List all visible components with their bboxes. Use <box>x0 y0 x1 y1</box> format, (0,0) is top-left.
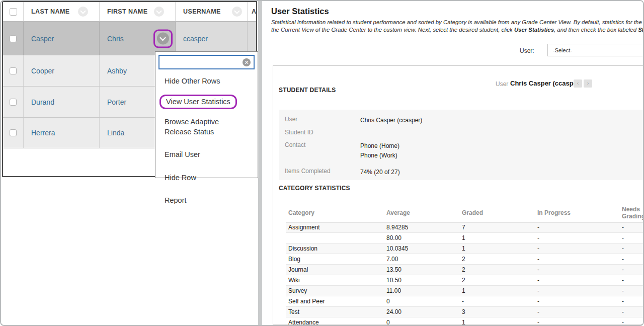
row-options-chevron-icon[interactable] <box>157 33 169 45</box>
table-row-casper[interactable]: Casper Chris ccasper <box>3 22 256 55</box>
first-name-header-label: FIRST NAME <box>107 8 147 15</box>
column-menu-chevron-icon[interactable] <box>232 7 242 17</box>
category-cell: - <box>619 317 644 326</box>
column-menu-chevron-icon[interactable] <box>154 7 164 17</box>
last-name-cell[interactable]: Durand <box>24 87 100 117</box>
category-statistics-heading: CATEGORY STATISTICS <box>279 185 350 192</box>
category-row: Test24.003-- <box>286 307 644 317</box>
detail-value: 74% (20 of 27) <box>360 168 400 177</box>
annotation-ring <box>153 29 173 48</box>
category-cell: 11.00 <box>384 286 459 296</box>
category-cell <box>286 233 384 243</box>
col-needs-grading: Needs Grading <box>619 203 644 222</box>
category-cell: Discussion <box>286 243 384 254</box>
category-cell: 10.50 <box>384 275 459 286</box>
category-cell: 1 <box>459 286 535 296</box>
username-cell[interactable]: ccasper <box>176 22 248 55</box>
menu-item-report[interactable]: Report <box>155 191 258 210</box>
category-cell: 24.00 <box>384 307 459 317</box>
column-header-last-name[interactable]: LAST NAME <box>24 2 100 21</box>
col-average: Average <box>384 203 459 222</box>
menu-item-view-user-statistics[interactable]: View User Statistics <box>155 91 258 113</box>
column-menu-chevron-icon[interactable] <box>78 7 88 17</box>
description-line-1: Statistical information related to stude… <box>271 19 644 26</box>
panel-divider <box>258 1 262 326</box>
menu-item-hide-row[interactable]: Hide Row <box>155 169 258 188</box>
category-cell: - <box>535 296 619 307</box>
category-cell: - <box>535 233 619 243</box>
select-all-cell <box>3 2 24 21</box>
row-checkbox[interactable] <box>10 129 17 136</box>
user-select-dropdown[interactable]: -Select- <box>547 44 644 56</box>
category-cell: - <box>619 275 644 286</box>
student-details-heading: STUDENT DETAILS <box>279 87 336 94</box>
category-row: Discussion10.03451-- <box>286 243 644 254</box>
detail-label: Contact <box>285 141 305 148</box>
first-name-cell[interactable]: Chris <box>100 22 176 55</box>
clear-search-icon[interactable]: ✕ <box>243 58 251 66</box>
annotation-ring: View User Statistics <box>159 95 237 110</box>
category-cell: 2 <box>459 265 535 275</box>
student-nav-label: User <box>496 80 508 88</box>
student-nav-name: Chris Casper (ccasper) <box>510 79 582 87</box>
username-header-label: USERNAME <box>183 8 221 15</box>
category-cell: Self and Peer <box>286 296 384 307</box>
col-graded: Graded <box>459 203 535 222</box>
category-cell: 13.50 <box>384 265 459 275</box>
category-row: Attendance01-- <box>286 317 644 326</box>
first-name-text: Chris <box>107 35 124 43</box>
category-cell: Attendance <box>286 317 384 326</box>
category-cell: - <box>619 265 644 275</box>
previous-user-button[interactable]: ‹ <box>574 79 582 88</box>
category-cell: Assignment <box>286 222 384 233</box>
row-checkbox[interactable] <box>10 67 17 74</box>
category-cell: Blog <box>286 254 384 265</box>
column-header-first-name[interactable]: FIRST NAME <box>100 2 176 21</box>
category-cell: - <box>535 317 619 326</box>
category-cell: - <box>619 286 644 296</box>
category-cell: Wiki <box>286 275 384 286</box>
category-cell: - <box>619 296 644 307</box>
category-row: Journal13.502-- <box>286 265 644 275</box>
menu-search-input[interactable] <box>158 55 255 69</box>
category-cell: 0 <box>384 296 459 307</box>
category-row: Survey11.001-- <box>286 286 644 296</box>
category-statistics-table: Category Average Graded In Progress Need… <box>286 203 644 326</box>
description-line-2: the Current View of the Grade Center to … <box>271 26 644 34</box>
category-cell: - <box>619 254 644 265</box>
category-cell: 10.0345 <box>384 243 459 254</box>
category-cell: 80.00 <box>384 233 459 243</box>
category-cell: Survey <box>286 286 384 296</box>
category-cell: 1 <box>459 243 535 254</box>
user-statistics-panel: User Statistics Statistical information … <box>262 1 644 326</box>
row-checkbox[interactable] <box>10 35 17 42</box>
category-cell: - <box>619 222 644 233</box>
last-name-cell[interactable]: Herrera <box>24 118 100 148</box>
grade-table-header: LAST NAME FIRST NAME USERNAME A <box>3 2 256 22</box>
category-cell: Journal <box>286 265 384 275</box>
category-cell: 2 <box>459 254 535 265</box>
col-category: Category <box>286 203 384 222</box>
category-cell: 1 <box>459 317 535 326</box>
column-header-clipped: A <box>248 2 256 21</box>
menu-item-label: View User Statistics <box>166 98 230 106</box>
category-cell: - <box>619 307 644 317</box>
menu-item-hide-other-rows[interactable]: Hide Other Rows <box>155 72 258 91</box>
category-table-header-row: Category Average Graded In Progress Need… <box>286 203 644 222</box>
next-user-button[interactable]: › <box>584 79 592 88</box>
category-row: Self and Peer0--- <box>286 296 644 307</box>
category-row: Blog7.002-- <box>286 254 644 265</box>
category-cell: 7 <box>459 222 535 233</box>
row-checkbox[interactable] <box>10 99 17 106</box>
category-cell: - <box>535 222 619 233</box>
category-row: Wiki10.502-- <box>286 275 644 286</box>
page-description: Statistical information related to stude… <box>271 19 644 34</box>
detail-value: Chris Casper (ccasper) <box>360 116 422 125</box>
last-name-cell[interactable]: Cooper <box>24 55 100 86</box>
category-cell: 1 <box>459 233 535 243</box>
menu-item-email-user[interactable]: Email User <box>155 145 258 165</box>
last-name-cell[interactable]: Casper <box>24 22 100 55</box>
select-all-checkbox[interactable] <box>10 8 17 16</box>
menu-item-browse-adaptive-release[interactable]: Browse Adaptive Release Status <box>155 113 249 141</box>
column-header-username[interactable]: USERNAME <box>176 2 248 21</box>
